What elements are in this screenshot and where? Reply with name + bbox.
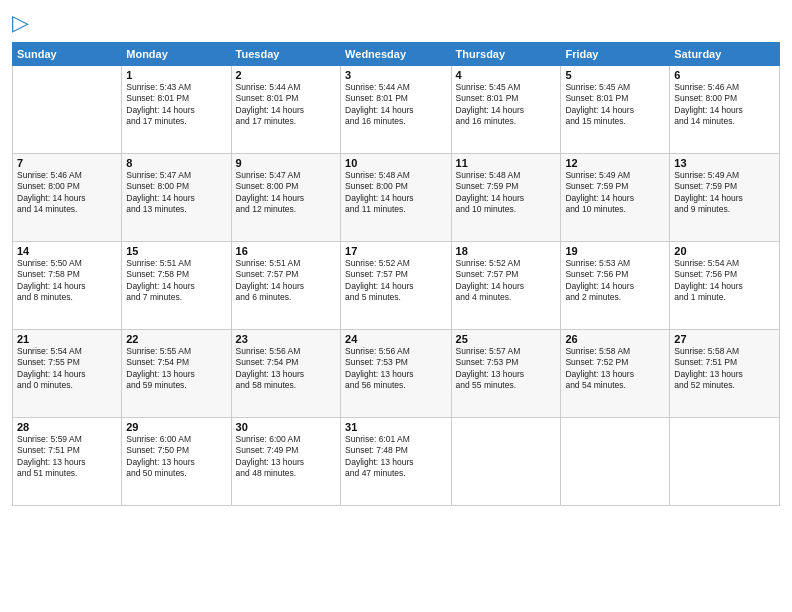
day-number: 27 xyxy=(674,333,775,345)
calendar-cell: 23Sunrise: 5:56 AM Sunset: 7:54 PM Dayli… xyxy=(231,330,340,418)
day-number: 31 xyxy=(345,421,446,433)
calendar-cell: 1Sunrise: 5:43 AM Sunset: 8:01 PM Daylig… xyxy=(122,66,231,154)
day-info: Sunrise: 5:52 AM Sunset: 7:57 PM Dayligh… xyxy=(345,258,446,304)
day-info: Sunrise: 5:47 AM Sunset: 8:00 PM Dayligh… xyxy=(126,170,226,216)
day-number: 14 xyxy=(17,245,117,257)
day-info: Sunrise: 5:48 AM Sunset: 8:00 PM Dayligh… xyxy=(345,170,446,216)
day-info: Sunrise: 5:45 AM Sunset: 8:01 PM Dayligh… xyxy=(565,82,665,128)
calendar-cell: 31Sunrise: 6:01 AM Sunset: 7:48 PM Dayli… xyxy=(341,418,451,506)
day-number: 18 xyxy=(456,245,557,257)
day-number: 8 xyxy=(126,157,226,169)
day-number: 9 xyxy=(236,157,336,169)
day-number: 13 xyxy=(674,157,775,169)
calendar-cell: 21Sunrise: 5:54 AM Sunset: 7:55 PM Dayli… xyxy=(13,330,122,418)
day-number: 21 xyxy=(17,333,117,345)
calendar-body: 1Sunrise: 5:43 AM Sunset: 8:01 PM Daylig… xyxy=(13,66,780,506)
calendar-week-1: 1Sunrise: 5:43 AM Sunset: 8:01 PM Daylig… xyxy=(13,66,780,154)
logo-bird-icon: ▷ xyxy=(12,10,29,35)
day-info: Sunrise: 6:01 AM Sunset: 7:48 PM Dayligh… xyxy=(345,434,446,480)
day-number: 1 xyxy=(126,69,226,81)
day-number: 17 xyxy=(345,245,446,257)
day-number: 6 xyxy=(674,69,775,81)
calendar-cell: 28Sunrise: 5:59 AM Sunset: 7:51 PM Dayli… xyxy=(13,418,122,506)
day-number: 10 xyxy=(345,157,446,169)
weekday-header-tuesday: Tuesday xyxy=(231,43,340,66)
day-number: 23 xyxy=(236,333,336,345)
day-number: 16 xyxy=(236,245,336,257)
day-number: 30 xyxy=(236,421,336,433)
logo-text: ▷ xyxy=(12,10,29,36)
day-number: 22 xyxy=(126,333,226,345)
day-info: Sunrise: 5:45 AM Sunset: 8:01 PM Dayligh… xyxy=(456,82,557,128)
calendar-cell: 22Sunrise: 5:55 AM Sunset: 7:54 PM Dayli… xyxy=(122,330,231,418)
weekday-header-friday: Friday xyxy=(561,43,670,66)
day-info: Sunrise: 6:00 AM Sunset: 7:49 PM Dayligh… xyxy=(236,434,336,480)
header: ▷ xyxy=(12,10,780,36)
day-info: Sunrise: 5:51 AM Sunset: 7:57 PM Dayligh… xyxy=(236,258,336,304)
calendar-cell: 10Sunrise: 5:48 AM Sunset: 8:00 PM Dayli… xyxy=(341,154,451,242)
day-number: 12 xyxy=(565,157,665,169)
calendar-cell: 16Sunrise: 5:51 AM Sunset: 7:57 PM Dayli… xyxy=(231,242,340,330)
calendar-cell xyxy=(451,418,561,506)
calendar-cell: 2Sunrise: 5:44 AM Sunset: 8:01 PM Daylig… xyxy=(231,66,340,154)
calendar-table: SundayMondayTuesdayWednesdayThursdayFrid… xyxy=(12,42,780,506)
calendar-week-2: 7Sunrise: 5:46 AM Sunset: 8:00 PM Daylig… xyxy=(13,154,780,242)
day-info: Sunrise: 5:44 AM Sunset: 8:01 PM Dayligh… xyxy=(345,82,446,128)
calendar-cell: 26Sunrise: 5:58 AM Sunset: 7:52 PM Dayli… xyxy=(561,330,670,418)
calendar-cell: 20Sunrise: 5:54 AM Sunset: 7:56 PM Dayli… xyxy=(670,242,780,330)
day-info: Sunrise: 5:54 AM Sunset: 7:56 PM Dayligh… xyxy=(674,258,775,304)
weekday-header-row: SundayMondayTuesdayWednesdayThursdayFrid… xyxy=(13,43,780,66)
day-info: Sunrise: 5:56 AM Sunset: 7:53 PM Dayligh… xyxy=(345,346,446,392)
main-container: ▷ SundayMondayTuesdayWednesdayThursdayFr… xyxy=(0,0,792,516)
weekday-header-thursday: Thursday xyxy=(451,43,561,66)
day-info: Sunrise: 5:47 AM Sunset: 8:00 PM Dayligh… xyxy=(236,170,336,216)
calendar-cell: 6Sunrise: 5:46 AM Sunset: 8:00 PM Daylig… xyxy=(670,66,780,154)
day-number: 29 xyxy=(126,421,226,433)
day-info: Sunrise: 6:00 AM Sunset: 7:50 PM Dayligh… xyxy=(126,434,226,480)
day-info: Sunrise: 5:43 AM Sunset: 8:01 PM Dayligh… xyxy=(126,82,226,128)
day-info: Sunrise: 5:44 AM Sunset: 8:01 PM Dayligh… xyxy=(236,82,336,128)
calendar-week-4: 21Sunrise: 5:54 AM Sunset: 7:55 PM Dayli… xyxy=(13,330,780,418)
day-info: Sunrise: 5:58 AM Sunset: 7:52 PM Dayligh… xyxy=(565,346,665,392)
day-info: Sunrise: 5:52 AM Sunset: 7:57 PM Dayligh… xyxy=(456,258,557,304)
day-number: 26 xyxy=(565,333,665,345)
day-number: 15 xyxy=(126,245,226,257)
calendar-cell: 7Sunrise: 5:46 AM Sunset: 8:00 PM Daylig… xyxy=(13,154,122,242)
calendar-cell xyxy=(13,66,122,154)
calendar-cell: 5Sunrise: 5:45 AM Sunset: 8:01 PM Daylig… xyxy=(561,66,670,154)
day-info: Sunrise: 5:59 AM Sunset: 7:51 PM Dayligh… xyxy=(17,434,117,480)
logo: ▷ xyxy=(12,10,29,36)
calendar-cell: 4Sunrise: 5:45 AM Sunset: 8:01 PM Daylig… xyxy=(451,66,561,154)
day-number: 11 xyxy=(456,157,557,169)
day-info: Sunrise: 5:56 AM Sunset: 7:54 PM Dayligh… xyxy=(236,346,336,392)
day-info: Sunrise: 5:58 AM Sunset: 7:51 PM Dayligh… xyxy=(674,346,775,392)
day-number: 25 xyxy=(456,333,557,345)
day-info: Sunrise: 5:48 AM Sunset: 7:59 PM Dayligh… xyxy=(456,170,557,216)
weekday-header-wednesday: Wednesday xyxy=(341,43,451,66)
day-info: Sunrise: 5:54 AM Sunset: 7:55 PM Dayligh… xyxy=(17,346,117,392)
calendar-cell xyxy=(670,418,780,506)
day-info: Sunrise: 5:55 AM Sunset: 7:54 PM Dayligh… xyxy=(126,346,226,392)
calendar-header: SundayMondayTuesdayWednesdayThursdayFrid… xyxy=(13,43,780,66)
calendar-cell: 11Sunrise: 5:48 AM Sunset: 7:59 PM Dayli… xyxy=(451,154,561,242)
calendar-cell: 30Sunrise: 6:00 AM Sunset: 7:49 PM Dayli… xyxy=(231,418,340,506)
calendar-week-5: 28Sunrise: 5:59 AM Sunset: 7:51 PM Dayli… xyxy=(13,418,780,506)
day-info: Sunrise: 5:49 AM Sunset: 7:59 PM Dayligh… xyxy=(674,170,775,216)
calendar-cell: 13Sunrise: 5:49 AM Sunset: 7:59 PM Dayli… xyxy=(670,154,780,242)
calendar-week-3: 14Sunrise: 5:50 AM Sunset: 7:58 PM Dayli… xyxy=(13,242,780,330)
day-number: 28 xyxy=(17,421,117,433)
calendar-cell: 17Sunrise: 5:52 AM Sunset: 7:57 PM Dayli… xyxy=(341,242,451,330)
weekday-header-sunday: Sunday xyxy=(13,43,122,66)
calendar-cell: 29Sunrise: 6:00 AM Sunset: 7:50 PM Dayli… xyxy=(122,418,231,506)
calendar-cell: 24Sunrise: 5:56 AM Sunset: 7:53 PM Dayli… xyxy=(341,330,451,418)
calendar-cell: 18Sunrise: 5:52 AM Sunset: 7:57 PM Dayli… xyxy=(451,242,561,330)
day-info: Sunrise: 5:46 AM Sunset: 8:00 PM Dayligh… xyxy=(17,170,117,216)
weekday-header-saturday: Saturday xyxy=(670,43,780,66)
calendar-cell: 27Sunrise: 5:58 AM Sunset: 7:51 PM Dayli… xyxy=(670,330,780,418)
day-number: 19 xyxy=(565,245,665,257)
day-number: 4 xyxy=(456,69,557,81)
calendar-cell: 15Sunrise: 5:51 AM Sunset: 7:58 PM Dayli… xyxy=(122,242,231,330)
calendar-cell: 3Sunrise: 5:44 AM Sunset: 8:01 PM Daylig… xyxy=(341,66,451,154)
day-number: 20 xyxy=(674,245,775,257)
calendar-cell: 9Sunrise: 5:47 AM Sunset: 8:00 PM Daylig… xyxy=(231,154,340,242)
